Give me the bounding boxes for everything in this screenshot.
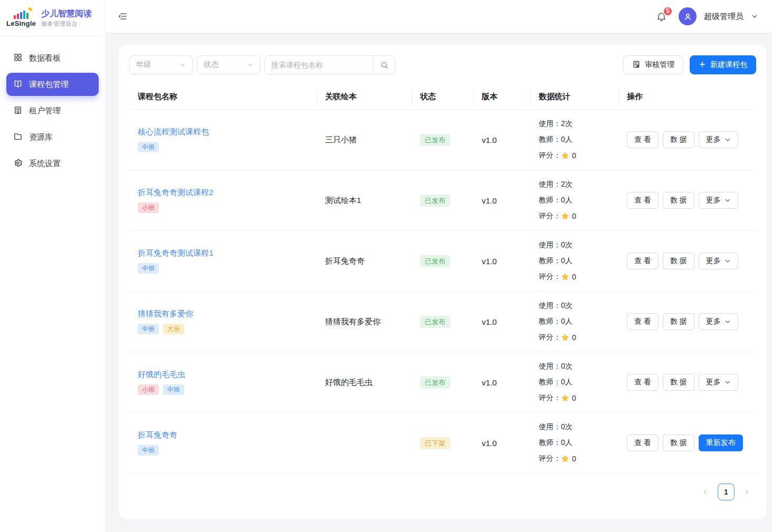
status-select[interactable]: 状态 bbox=[197, 55, 260, 74]
view-button[interactable]: 查 看 bbox=[627, 434, 659, 451]
course-package-name-link[interactable]: 猜猜我有多爱你 bbox=[138, 309, 193, 319]
stat-label: 评分： bbox=[539, 211, 561, 221]
notification-bell-icon[interactable]: 5 bbox=[656, 11, 667, 22]
grade-tag: 中班 bbox=[138, 445, 159, 456]
course-package-name-link[interactable]: 好饿的毛毛虫 bbox=[138, 370, 185, 380]
course-package-name-link[interactable]: 折耳兔奇奇测试课程1 bbox=[138, 248, 213, 258]
view-button[interactable]: 查 看 bbox=[627, 192, 659, 209]
chevron-down-icon bbox=[725, 197, 731, 204]
menu-fold-icon[interactable] bbox=[117, 11, 128, 22]
data-button-label: 数 据 bbox=[670, 135, 687, 144]
app-title: 少儿智慧阅读 bbox=[41, 8, 92, 19]
table-row: 好饿的毛毛虫小班中班好饿的毛毛虫已发布v1.0使用：0次教师：0人评分：0查 看… bbox=[129, 352, 756, 413]
stat-rating: 评分：0 bbox=[539, 451, 618, 467]
create-course-package-button[interactable]: 新建课程包 bbox=[690, 55, 756, 74]
view-button[interactable]: 查 看 bbox=[627, 253, 659, 269]
more-button[interactable]: 更多 bbox=[699, 192, 738, 209]
lesingle-logo-icon: LeSingle bbox=[6, 9, 36, 27]
status-select-value: 状态 bbox=[204, 60, 218, 70]
more-button[interactable]: 更多 bbox=[699, 253, 738, 269]
stat-value: 2次 bbox=[561, 119, 573, 129]
stat-teachers: 教师：0人 bbox=[539, 132, 618, 148]
app-subtitle: 服务管理后台 bbox=[41, 20, 92, 28]
star-icon bbox=[561, 212, 569, 220]
cell-book: 猜猜我有多爱你 bbox=[317, 317, 412, 327]
column-header-book: 关联绘本 bbox=[317, 84, 412, 109]
republish-button[interactable]: 重新发布 bbox=[699, 434, 743, 451]
prev-page-icon[interactable] bbox=[701, 488, 709, 496]
next-page-icon[interactable] bbox=[743, 488, 751, 496]
dashboard-icon bbox=[13, 53, 23, 64]
view-button[interactable]: 查 看 bbox=[627, 313, 659, 330]
review-management-button[interactable]: 审核管理 bbox=[623, 55, 683, 74]
more-button[interactable]: 更多 bbox=[699, 313, 738, 330]
column-header-name: 课程包名称 bbox=[129, 84, 317, 109]
stat-value: 0 bbox=[572, 151, 576, 160]
stat-value: 0人 bbox=[561, 256, 573, 266]
sidebar-item-settings[interactable]: 系统设置 bbox=[6, 152, 99, 175]
stat-label: 使用： bbox=[539, 180, 561, 189]
cell-version: v1.0 bbox=[473, 196, 530, 205]
more-button[interactable]: 更多 bbox=[699, 374, 738, 391]
cell-actions: 查 看数 据重新发布 bbox=[618, 434, 756, 451]
stat-value: 0人 bbox=[561, 378, 573, 387]
chevron-down-icon[interactable] bbox=[751, 13, 758, 20]
stat-label: 教师： bbox=[539, 317, 561, 326]
view-button[interactable]: 查 看 bbox=[627, 131, 659, 148]
course-package-name-link[interactable]: 折耳兔奇奇 bbox=[138, 430, 177, 440]
filter-bar: 年级 状态 审核管理 bbox=[129, 55, 756, 74]
cell-version: v1.0 bbox=[473, 317, 530, 326]
sidebar-item-resources[interactable]: 资源库 bbox=[6, 125, 99, 149]
page-number-1[interactable]: 1 bbox=[718, 483, 735, 500]
stat-usage: 使用：0次 bbox=[539, 359, 618, 374]
sidebar-item-dashboard[interactable]: 数据看板 bbox=[6, 46, 99, 70]
table-row: 折耳兔奇奇中班已下架v1.0使用：0次教师：0人评分：0查 看数 据重新发布 bbox=[129, 413, 756, 473]
more-button[interactable]: 更多 bbox=[699, 131, 738, 148]
course-package-name-link[interactable]: 核心流程测试课程包 bbox=[138, 127, 209, 137]
data-button[interactable]: 数 据 bbox=[663, 434, 694, 451]
more-button-label: 更多 bbox=[706, 196, 721, 205]
stat-value: 0 bbox=[572, 394, 576, 402]
stat-value: 0 bbox=[572, 454, 576, 463]
cell-version: v1.0 bbox=[473, 136, 530, 144]
user-avatar[interactable] bbox=[679, 7, 697, 25]
sidebar-item-course-packages[interactable]: 课程包管理 bbox=[6, 73, 99, 96]
view-button-label: 查 看 bbox=[634, 378, 651, 387]
sidebar: LeSingle 少儿智慧阅读 服务管理后台 数据看板 课程包管理 租户管理 资… bbox=[0, 0, 106, 532]
audit-icon bbox=[632, 60, 641, 70]
stat-value: 0次 bbox=[561, 240, 573, 250]
stat-label: 教师： bbox=[539, 378, 561, 387]
review-management-label: 审核管理 bbox=[645, 60, 674, 70]
data-button[interactable]: 数 据 bbox=[663, 131, 694, 148]
stat-label: 评分： bbox=[539, 272, 561, 282]
sidebar-menu: 数据看板 课程包管理 租户管理 资源库 系统设置 bbox=[0, 37, 105, 185]
cell-status: 已发布 bbox=[412, 316, 473, 328]
data-button[interactable]: 数 据 bbox=[663, 313, 694, 330]
data-button[interactable]: 数 据 bbox=[663, 253, 694, 269]
search-icon[interactable] bbox=[373, 56, 395, 74]
data-button[interactable]: 数 据 bbox=[663, 192, 694, 209]
search-input[interactable] bbox=[265, 56, 373, 74]
data-button-label: 数 据 bbox=[670, 256, 687, 266]
course-package-name-link[interactable]: 折耳兔奇奇测试课程2 bbox=[138, 188, 213, 198]
chevron-down-icon bbox=[725, 137, 731, 143]
cell-name: 折耳兔奇奇中班 bbox=[129, 430, 317, 456]
star-icon bbox=[561, 394, 569, 402]
column-header-status: 状态 bbox=[412, 84, 473, 109]
grade-tag: 中班 bbox=[138, 324, 159, 334]
view-button[interactable]: 查 看 bbox=[627, 374, 659, 391]
chevron-down-icon bbox=[725, 379, 731, 385]
stat-rating: 评分：0 bbox=[539, 390, 618, 406]
sidebar-item-tenants[interactable]: 租户管理 bbox=[6, 99, 99, 122]
cell-status: 已发布 bbox=[412, 195, 473, 207]
gear-icon bbox=[13, 158, 23, 169]
star-icon bbox=[561, 273, 569, 281]
data-button[interactable]: 数 据 bbox=[663, 374, 694, 391]
grade-select[interactable]: 年级 bbox=[129, 55, 193, 74]
cell-status: 已发布 bbox=[412, 134, 473, 146]
star-icon bbox=[561, 151, 569, 160]
grade-tags: 中班 bbox=[138, 263, 317, 274]
sidebar-item-label: 课程包管理 bbox=[29, 80, 69, 90]
logo-bars-icon bbox=[14, 9, 28, 19]
grade-tags: 中班 bbox=[138, 445, 317, 456]
